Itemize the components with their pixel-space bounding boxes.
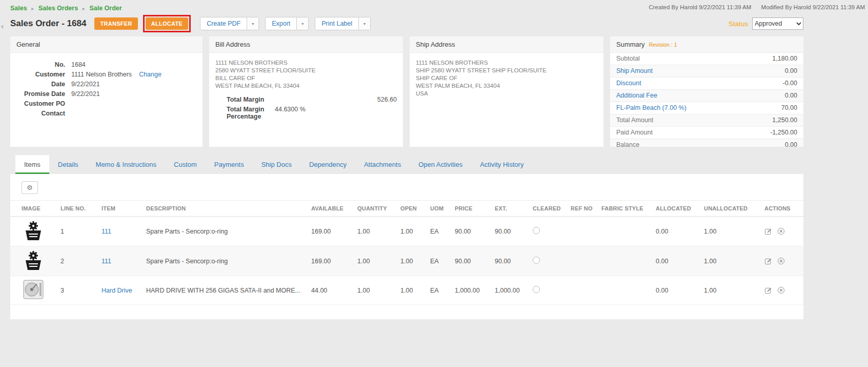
- item-description: HARD DRIVE WITH 256 GIGAS SATA-II and MO…: [143, 276, 308, 305]
- item-description: Spare Parts - Sencorp:o-ring: [143, 217, 308, 246]
- breadcrumb-separator-icon: ▸: [31, 6, 34, 11]
- print-label-caret-icon[interactable]: ▼: [358, 17, 370, 30]
- discount-link[interactable]: Discount: [616, 80, 641, 87]
- item-row-1: 1 111 Spare Parts - Sencorp:o-ring 169.0…: [10, 217, 803, 246]
- item-link[interactable]: 111: [102, 258, 111, 265]
- remove-line-button[interactable]: [777, 286, 785, 294]
- item-cleared-cell: [530, 246, 568, 276]
- cleared-radio[interactable]: [533, 257, 540, 264]
- item-cell: 111: [98, 246, 143, 276]
- breadcrumb-sale-order[interactable]: Sale Order: [89, 5, 122, 12]
- item-quantity: 1.00: [354, 246, 397, 276]
- tax-value: 70.00: [781, 104, 797, 112]
- bill-address-line: 2580 WYATT STREET FLOOR/SUITE: [215, 67, 397, 74]
- ship-address-line: USA: [416, 90, 597, 98]
- info-panels: General No. 1684 Customer 1111 Nelson Br…: [10, 36, 803, 147]
- allocate-highlight-box: ALLOCATE: [143, 15, 191, 32]
- item-open: 1.00: [397, 276, 427, 305]
- additional-fee-link[interactable]: Additional Fee: [616, 92, 657, 100]
- create-pdf-button[interactable]: Create PDF: [200, 17, 247, 30]
- item-fabric-style: [598, 276, 653, 305]
- created-by-text: Created By Harold 9/22/2021 11:39 AM: [649, 4, 751, 10]
- export-split-button: Export ▼: [265, 17, 309, 30]
- record-meta: Created By Harold 9/22/2021 11:39 AM Mod…: [649, 4, 865, 10]
- item-open: 1.00: [397, 246, 427, 276]
- column-header-uom: UOM: [427, 201, 452, 217]
- edit-line-button[interactable]: [764, 227, 772, 235]
- item-price: 90.00: [452, 217, 492, 246]
- tab-open-activities[interactable]: Open Activities: [410, 155, 471, 174]
- item-line-no: 2: [57, 246, 98, 276]
- summary-row-balance: Balance 0.00: [610, 139, 803, 147]
- tab-details[interactable]: Details: [49, 155, 87, 174]
- breadcrumb-sales-orders[interactable]: Sales Orders: [38, 5, 78, 12]
- column-header-price: PRICE: [452, 201, 492, 217]
- status-select[interactable]: Approved: [752, 17, 803, 30]
- total-amount-label: Total Amount: [616, 117, 653, 124]
- item-quantity: 1.00: [354, 217, 397, 246]
- item-price: 90.00: [452, 246, 492, 276]
- item-available: 44.00: [308, 276, 354, 305]
- item-image-cell: [10, 276, 57, 305]
- promise-date-value: 9/22/2021: [71, 90, 100, 98]
- remove-line-button[interactable]: [777, 257, 785, 265]
- ship-address-line: SHIP CARE OF: [416, 74, 597, 82]
- export-button[interactable]: Export: [266, 17, 296, 30]
- tax-link[interactable]: FL-Palm Beach (7.00 %): [616, 104, 687, 112]
- tab-dependency[interactable]: Dependency: [300, 155, 355, 174]
- table-settings-button[interactable]: ⚙: [22, 181, 38, 194]
- edit-line-button[interactable]: [764, 257, 772, 265]
- cleared-radio[interactable]: [533, 286, 540, 293]
- column-header-image: IMAGE: [10, 201, 57, 217]
- main-container: Sales Order - 1684 TRANSFER ALLOCATE Cre…: [10, 14, 803, 319]
- create-pdf-caret-icon[interactable]: ▼: [247, 17, 258, 30]
- tab-activity-history[interactable]: Activity History: [471, 155, 532, 174]
- subtotal-value: 1,180.00: [772, 55, 797, 63]
- bill-address-line: BILL CARE OF: [215, 74, 397, 82]
- summary-row-additional-fee: Additional Fee 0.00: [610, 90, 803, 102]
- tab-attachments[interactable]: Attachments: [355, 155, 410, 174]
- date-value: 9/22/2021: [71, 81, 100, 88]
- export-caret-icon[interactable]: ▼: [296, 17, 308, 30]
- subtotal-label: Subtotal: [616, 55, 640, 63]
- customer-link[interactable]: 1111 Nelson Brothers: [71, 71, 132, 78]
- additional-fee-value: 0.00: [785, 92, 797, 100]
- title-row: Sales Order - 1684 TRANSFER ALLOCATE Cre…: [10, 14, 803, 33]
- collapse-panel-icon[interactable]: ‹: [1, 22, 4, 30]
- change-customer-link[interactable]: Change: [139, 71, 162, 78]
- item-link[interactable]: 111: [102, 228, 111, 235]
- cleared-radio[interactable]: [533, 227, 540, 234]
- item-available: 169.00: [308, 246, 354, 276]
- field-promise-date: Promise Date 9/22/2021: [16, 90, 196, 100]
- tab-memo-instructions[interactable]: Memo & Instructions: [87, 155, 166, 174]
- create-pdf-split-button: Create PDF ▼: [200, 17, 259, 30]
- no-label: No.: [16, 61, 65, 68]
- item-ext: 90.00: [492, 217, 530, 246]
- general-panel: General No. 1684 Customer 1111 Nelson Br…: [10, 36, 203, 147]
- total-margin-label: Total Margin: [227, 96, 264, 103]
- column-header-ext: EXT.: [492, 201, 530, 217]
- edit-line-button[interactable]: [764, 286, 772, 294]
- item-cleared-cell: [530, 217, 568, 246]
- date-label: Date: [16, 81, 65, 88]
- bill-address-panel: Bill Address 1111 NELSON BROTHERS 2580 W…: [209, 36, 403, 147]
- item-ref-no: [568, 246, 598, 276]
- print-label-button[interactable]: Print Label: [315, 17, 358, 30]
- total-margin-percentage-value: 44.6300 %: [275, 106, 306, 113]
- ship-amount-link[interactable]: Ship Amount: [616, 67, 653, 75]
- tab-ship-docs[interactable]: Ship Docs: [253, 155, 300, 174]
- summary-panel-header: SummaryRevision : 1: [610, 36, 803, 53]
- allocate-button[interactable]: ALLOCATE: [146, 17, 188, 30]
- tab-payments[interactable]: Payments: [206, 155, 253, 174]
- remove-line-button[interactable]: [777, 227, 785, 235]
- item-image-cell: [10, 217, 57, 246]
- tab-custom[interactable]: Custom: [165, 155, 206, 174]
- item-uom: EA: [427, 217, 452, 246]
- transfer-button[interactable]: TRANSFER: [94, 17, 137, 30]
- item-quantity: 1.00: [354, 276, 397, 305]
- item-link[interactable]: Hard Drive: [102, 287, 132, 294]
- tab-items[interactable]: Items: [15, 155, 49, 174]
- items-tab-content: ⚙ IMAGE LINE NO. ITEM DESCRIPTION AVAILA…: [10, 174, 803, 319]
- breadcrumb-sales[interactable]: Sales: [10, 5, 27, 12]
- column-header-open: OPEN: [397, 201, 427, 217]
